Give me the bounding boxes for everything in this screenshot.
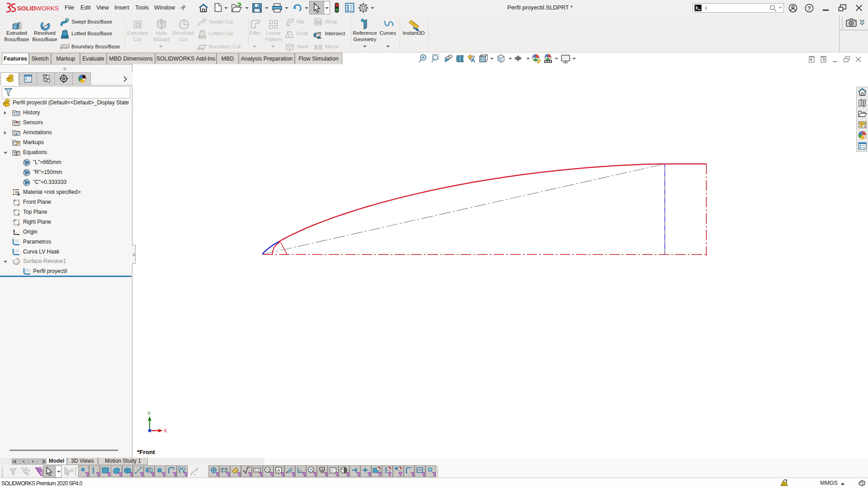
svg-text:A: A xyxy=(15,132,18,136)
svg-text:X: X xyxy=(164,428,167,433)
svg-text:A: A xyxy=(277,468,280,473)
svg-text:0.3: 0.3 xyxy=(255,469,259,472)
svg-text:Y: Y xyxy=(147,411,151,416)
svg-text:N: N xyxy=(266,468,269,472)
svg-text:SOLID: SOLID xyxy=(17,5,36,12)
svg-text:A°: A° xyxy=(331,468,335,473)
svg-text:A: A xyxy=(471,57,475,64)
svg-text:*Front: *Front xyxy=(137,449,155,455)
svg-text:?: ? xyxy=(807,5,811,12)
svg-text:WORKS: WORKS xyxy=(36,5,59,12)
